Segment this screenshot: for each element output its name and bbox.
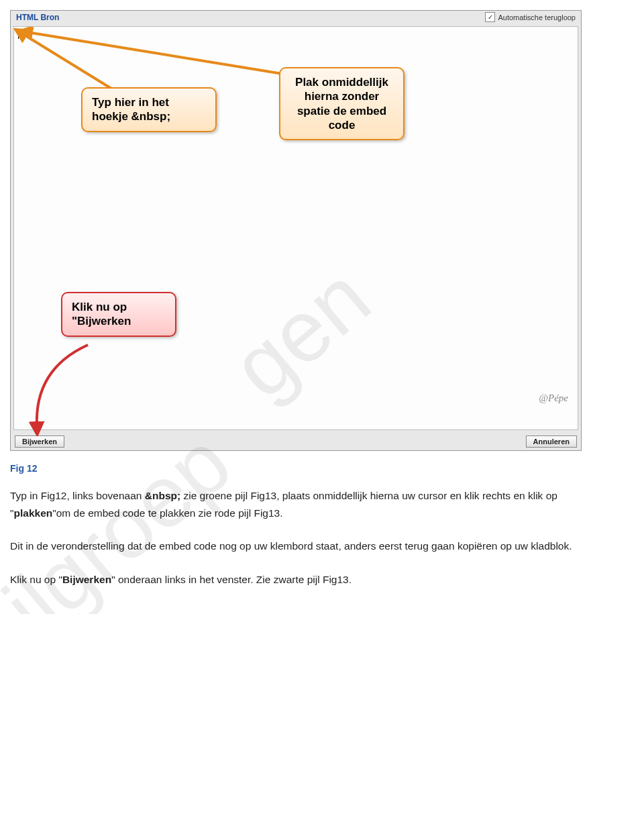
update-button[interactable]: Bijwerken <box>15 435 64 448</box>
html-source-panel: HTML Bron ✓ Automatische terugloop Typ h… <box>10 10 582 451</box>
callout-text: Typ hier in het hoekje &nbsp; <box>92 96 170 123</box>
arrow-orange-2-icon <box>14 27 296 91</box>
callout-text: Klik nu op "Bijwerken <box>72 301 131 327</box>
paragraph-2: Dit in de veronderstelling dat de embed … <box>10 537 580 555</box>
signature: @Pépe <box>539 393 568 404</box>
cancel-button[interactable]: Annuleren <box>526 435 577 448</box>
arrow-red-icon <box>14 342 108 436</box>
paragraph-3: Klik nu op "Bijwerken" onderaan links in… <box>10 571 580 588</box>
panel-header: HTML Bron ✓ Automatische terugloop <box>11 11 581 23</box>
figure-caption: Fig 12 <box>10 463 634 474</box>
callout-click-update: Klik nu op "Bijwerken <box>61 292 176 337</box>
paragraph-1: Typ in Fig12, links bovenaan &nbsp; zie … <box>10 487 580 521</box>
callout-text: Plak onmiddellijk hierna zonder spatie d… <box>295 76 388 132</box>
svg-line-1 <box>28 32 282 74</box>
body-text: Typ in Fig12, links bovenaan &nbsp; zie … <box>10 487 580 588</box>
panel-title: HTML Bron <box>16 13 59 22</box>
checkbox-label: Automatische terugloop <box>498 13 576 21</box>
auto-wrap-checkbox[interactable]: ✓ Automatische terugloop <box>485 12 576 22</box>
checkbox-icon: ✓ <box>485 12 495 22</box>
callout-paste-embed: Plak onmiddellijk hierna zonder spatie d… <box>279 67 405 140</box>
callout-type-here: Typ hier in het hoekje &nbsp; <box>81 87 217 132</box>
source-editor[interactable]: Typ hier in het hoekje &nbsp; Plak onmid… <box>13 26 578 430</box>
